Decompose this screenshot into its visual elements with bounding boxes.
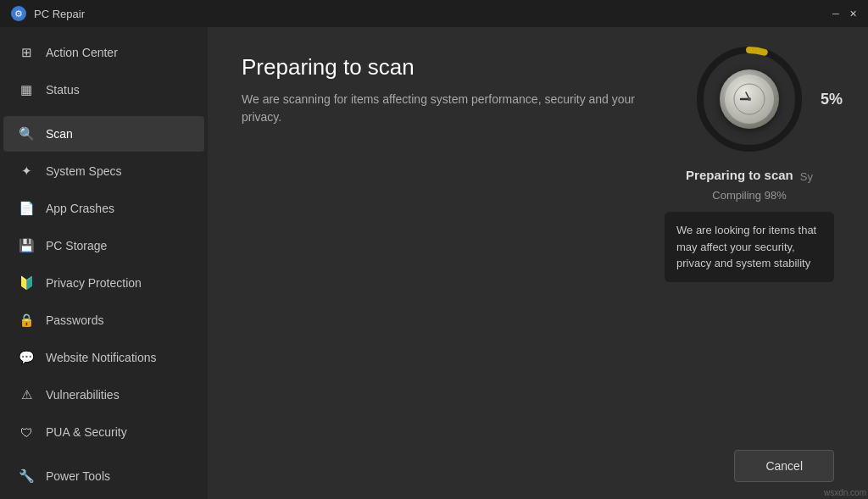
- pc-storage-icon: 💾: [17, 236, 36, 255]
- status-icon: ▦: [17, 80, 36, 99]
- sidebar-label-pua-security: PUA & Security: [46, 425, 127, 439]
- website-notifications-icon: 💬: [17, 348, 36, 367]
- app-crashes-icon: 📄: [17, 199, 36, 218]
- sidebar-label-privacy-protection: Privacy Protection: [46, 276, 142, 290]
- vulnerabilities-icon: ⚠: [17, 385, 36, 404]
- svg-point-7: [748, 97, 751, 101]
- sidebar-item-power-tools[interactable]: 🔧Power Tools: [3, 458, 204, 494]
- sidebar-item-settings[interactable]: ⚙Settings: [3, 496, 204, 499]
- sidebar-item-privacy-protection[interactable]: 🔰Privacy Protection: [3, 265, 204, 301]
- sidebar-item-pua-security[interactable]: 🛡PUA & Security: [3, 414, 204, 450]
- passwords-icon: 🔒: [17, 311, 36, 330]
- power-tools-icon: 🔧: [17, 467, 36, 485]
- compiling-label: Compiling 98%: [712, 189, 786, 202]
- progress-ring: 5%: [694, 44, 804, 154]
- progress-percent: 5%: [821, 91, 843, 108]
- app-logo: ⚙: [10, 5, 27, 22]
- scan-tooltip: We are looking for items that may affect…: [665, 212, 834, 282]
- app-title: PC Repair: [34, 8, 831, 20]
- action-center-icon: ⊞: [17, 43, 36, 62]
- close-button[interactable]: ✕: [848, 8, 858, 19]
- sidebar-item-app-crashes[interactable]: 📄App Crashes: [3, 191, 204, 226]
- sidebar-item-scan[interactable]: 🔍Scan: [3, 116, 204, 152]
- privacy-protection-icon: 🔰: [17, 274, 36, 292]
- minimize-button[interactable]: ─: [831, 8, 841, 19]
- sidebar-item-system-specs[interactable]: ✦System Specs: [3, 153, 204, 189]
- cancel-button[interactable]: Cancel: [734, 450, 834, 482]
- sidebar-label-app-crashes: App Crashes: [46, 202, 114, 215]
- sidebar-item-status[interactable]: ▦Status: [3, 72, 204, 108]
- sidebar-item-passwords[interactable]: 🔒Passwords: [3, 302, 204, 338]
- watermark: wsxdn.com: [824, 488, 866, 497]
- main-layout: ⊞Action Center▦Status🔍Scan✦System Specs📄…: [0, 27, 868, 499]
- sidebar-label-system-specs: System Specs: [46, 164, 121, 178]
- pua-security-icon: 🛡: [17, 423, 36, 441]
- scan-visual: 5% Preparing to scan Sy Compiling 98% We…: [665, 44, 834, 282]
- sidebar-label-power-tools: Power Tools: [46, 469, 110, 483]
- window-controls: ─ ✕: [831, 8, 858, 19]
- sidebar-label-website-notifications: Website Notifications: [46, 351, 156, 364]
- sidebar-item-vulnerabilities[interactable]: ⚠Vulnerabilities: [3, 377, 204, 413]
- system-specs-icon: ✦: [17, 162, 36, 180]
- scan-status-label: Preparing to scan: [686, 168, 793, 182]
- sidebar-label-pc-storage: PC Storage: [46, 239, 107, 252]
- page-subtitle: We are scanning for items affecting syst…: [242, 91, 665, 126]
- scan-icon: 🔍: [17, 125, 36, 143]
- sidebar-label-status: Status: [46, 83, 80, 97]
- clock-face: [725, 75, 774, 124]
- sidebar-item-pc-storage[interactable]: 💾PC Storage: [3, 228, 204, 263]
- content-area: Preparing to scan We are scanning for it…: [208, 27, 868, 499]
- sidebar-label-scan: Scan: [46, 127, 73, 141]
- bottom-bar: Cancel: [734, 450, 834, 482]
- scan-status-row: Preparing to scan Sy: [686, 168, 813, 186]
- clock-icon: [720, 69, 779, 129]
- scan-status-extra: Sy: [800, 170, 813, 183]
- sidebar-item-action-center[interactable]: ⊞Action Center: [3, 35, 204, 70]
- svg-text:⚙: ⚙: [14, 8, 23, 19]
- sidebar-item-website-notifications[interactable]: 💬Website Notifications: [3, 340, 204, 375]
- sidebar-label-passwords: Passwords: [46, 313, 103, 327]
- titlebar: ⚙ PC Repair ─ ✕: [0, 0, 868, 27]
- sidebar-label-vulnerabilities: Vulnerabilities: [46, 388, 120, 402]
- sidebar-label-action-center: Action Center: [46, 46, 118, 59]
- sidebar: ⊞Action Center▦Status🔍Scan✦System Specs📄…: [0, 27, 208, 499]
- clock-hands: [732, 82, 766, 116]
